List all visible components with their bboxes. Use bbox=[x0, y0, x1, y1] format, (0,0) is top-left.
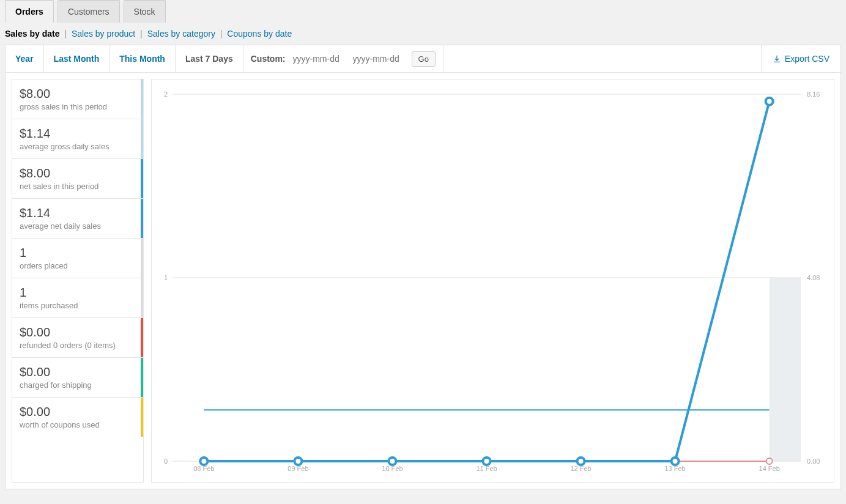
svg-point-28 bbox=[577, 458, 585, 465]
svg-point-25 bbox=[294, 458, 302, 465]
subnav-sales-by-date[interactable]: Sales by date bbox=[5, 29, 60, 39]
range-custom: Custom: Go bbox=[243, 45, 443, 72]
svg-text:14 Feb: 14 Feb bbox=[759, 465, 780, 472]
stat-value: $0.00 bbox=[20, 325, 136, 339]
svg-text:0: 0 bbox=[164, 458, 168, 465]
range-last-7-days[interactable]: Last 7 Days bbox=[176, 45, 243, 72]
svg-text:0.00: 0.00 bbox=[807, 458, 820, 465]
stat-label: average gross daily sales bbox=[20, 142, 136, 151]
report-section-tabs: Orders Customers Stock bbox=[0, 0, 846, 23]
range-this-month[interactable]: This Month bbox=[109, 45, 176, 72]
custom-start-date[interactable] bbox=[292, 51, 348, 66]
stat-avg-gross-daily[interactable]: $1.14 average gross daily sales bbox=[12, 119, 143, 159]
export-label: Export CSV bbox=[785, 54, 829, 64]
chart-svg: 0120.004.088.1608 Feb09 Feb10 Feb11 Feb1… bbox=[154, 82, 831, 480]
custom-label: Custom: bbox=[251, 54, 286, 64]
stat-value: $0.00 bbox=[20, 405, 136, 419]
svg-point-29 bbox=[672, 458, 679, 465]
stat-coupons[interactable]: $0.00 worth of coupons used bbox=[12, 398, 143, 437]
stats-sidebar: $8.00 gross sales in this period $1.14 a… bbox=[12, 79, 144, 483]
svg-point-24 bbox=[200, 458, 207, 465]
svg-point-26 bbox=[388, 458, 396, 465]
stat-label: average net daily sales bbox=[20, 221, 136, 231]
tab-customers[interactable]: Customers bbox=[58, 0, 120, 23]
stat-label: worth of coupons used bbox=[20, 420, 136, 429]
export-csv[interactable]: Export CSV bbox=[761, 45, 840, 72]
tab-stock[interactable]: Stock bbox=[124, 0, 166, 23]
custom-go-button[interactable]: Go bbox=[412, 51, 436, 67]
stat-value: $1.14 bbox=[20, 127, 136, 141]
stat-label: refunded 0 orders (0 items) bbox=[20, 341, 136, 350]
svg-text:8.16: 8.16 bbox=[807, 91, 820, 98]
svg-point-30 bbox=[766, 98, 773, 105]
range-year[interactable]: Year bbox=[6, 45, 44, 72]
custom-end-date[interactable] bbox=[352, 51, 408, 66]
svg-text:4.08: 4.08 bbox=[807, 274, 820, 281]
sales-chart[interactable]: 0120.004.088.1608 Feb09 Feb10 Feb11 Feb1… bbox=[151, 79, 834, 483]
stat-value: $8.00 bbox=[20, 166, 136, 180]
report-subnav: Sales by date | Sales by product | Sales… bbox=[0, 23, 846, 45]
download-icon bbox=[773, 54, 781, 63]
stat-items-purchased[interactable]: 1 items purchased bbox=[12, 278, 143, 318]
report-panel: Year Last Month This Month Last 7 Days C… bbox=[5, 45, 841, 489]
svg-rect-0 bbox=[770, 278, 801, 461]
stat-label: orders placed bbox=[20, 261, 136, 270]
report-content: $8.00 gross sales in this period $1.14 a… bbox=[6, 73, 840, 489]
svg-point-27 bbox=[483, 458, 491, 465]
svg-text:1: 1 bbox=[164, 274, 168, 281]
svg-point-23 bbox=[766, 458, 773, 464]
stat-shipping[interactable]: $0.00 charged for shipping bbox=[12, 358, 143, 398]
stat-net-sales[interactable]: $8.00 net sales in this period bbox=[12, 159, 143, 199]
tab-orders[interactable]: Orders bbox=[5, 0, 54, 23]
stat-label: charged for shipping bbox=[20, 380, 136, 390]
separator: | bbox=[64, 29, 67, 39]
stat-refunded[interactable]: $0.00 refunded 0 orders (0 items) bbox=[12, 318, 143, 358]
stat-label: net sales in this period bbox=[20, 182, 136, 191]
stat-label: items purchased bbox=[20, 301, 136, 310]
separator: | bbox=[140, 29, 143, 39]
svg-text:2: 2 bbox=[164, 91, 168, 98]
separator: | bbox=[220, 29, 223, 39]
subnav-sales-by-category[interactable]: Sales by category bbox=[147, 29, 215, 39]
stat-value: $0.00 bbox=[20, 365, 136, 379]
stat-avg-net-daily[interactable]: $1.14 average net daily sales bbox=[12, 199, 143, 239]
range-last-month[interactable]: Last Month bbox=[44, 45, 110, 72]
stat-value: $1.14 bbox=[20, 206, 136, 220]
stat-gross-sales[interactable]: $8.00 gross sales in this period bbox=[12, 80, 143, 119]
subnav-coupons-by-date[interactable]: Coupons by date bbox=[227, 29, 292, 39]
subnav-sales-by-product[interactable]: Sales by product bbox=[72, 29, 135, 39]
date-range-bar: Year Last Month This Month Last 7 Days C… bbox=[6, 45, 840, 73]
stat-value: 1 bbox=[20, 286, 136, 300]
stat-label: gross sales in this period bbox=[20, 102, 136, 111]
stat-value: $8.00 bbox=[20, 87, 136, 101]
stat-orders-placed[interactable]: 1 orders placed bbox=[12, 239, 143, 278]
stat-value: 1 bbox=[20, 246, 136, 260]
